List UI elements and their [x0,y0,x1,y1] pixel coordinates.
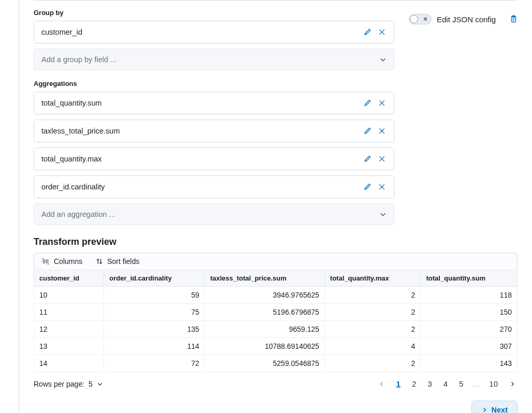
cell-total-quantity-max: 2 [324,304,421,321]
preview-toolbar: Columns Sort fields [34,253,518,270]
cell-total-quantity-max: 2 [324,321,421,338]
cell-taxless-total-price-sum: 5196.6796875 [205,304,325,321]
next-label: Next [492,406,508,413]
remove-icon[interactable] [377,98,387,108]
chevron-right-icon [481,407,487,413]
table-row: 14725259.05468752143 [34,355,518,372]
table-row: 121359659.1252270 [34,321,518,338]
aggregations-label: Aggregations [34,80,394,87]
cell-order-id-cardinality: 114 [104,338,205,355]
edit-icon[interactable] [363,27,372,37]
column-header[interactable]: total_quantity.sum [421,270,518,287]
cell-total-quantity-sum: 307 [421,338,518,355]
columns-button[interactable]: Columns [41,257,82,266]
cell-total-quantity-max: 4 [324,338,421,355]
column-header[interactable]: taxless_total_price.sum [205,270,325,287]
aggregation-pill: taxless_total_price.sum [34,120,394,142]
cell-customer-id: 11 [34,304,104,321]
cell-total-quantity-max: 2 [324,287,421,304]
sort-label: Sort fields [107,257,139,266]
edit-icon[interactable] [363,126,372,136]
pager-page[interactable]: 2 [410,378,418,389]
add-aggregation-placeholder: Add an aggregation ... [41,210,115,218]
cell-customer-id: 12 [34,321,104,338]
clipboard-icon[interactable] [509,15,518,23]
top-divider [34,0,518,1]
aggregation-pill: total_quantity.sum [34,92,394,114]
edit-icon[interactable] [363,154,372,164]
edit-icon[interactable] [363,182,372,191]
columns-icon [41,257,50,266]
column-header[interactable]: total_quantity.max [324,270,421,287]
cell-taxless-total-price-sum: 10788.69140625 [205,338,325,355]
cell-customer-id: 13 [34,338,104,355]
cell-total-quantity-max: 2 [324,355,421,372]
cell-order-id-cardinality: 75 [104,304,205,321]
cell-taxless-total-price-sum: 3946.9765625 [205,287,325,304]
edit-json-toggle[interactable]: ✕ [409,14,432,24]
pager-ellipsis: … [472,380,480,388]
rows-per-page-select[interactable]: Rows per page: 5 [34,380,103,388]
column-header[interactable]: customer_id [34,270,104,287]
cell-total-quantity-sum: 270 [421,321,518,338]
pager-page[interactable]: 5 [457,378,465,389]
add-aggregation-input[interactable]: Add an aggregation ... [34,203,394,225]
aggregation-pill: order_id.cardinality [34,175,394,198]
pager-page[interactable]: 4 [441,378,450,389]
pager-next[interactable] [507,380,518,388]
cell-order-id-cardinality: 72 [104,355,205,372]
pagination: 12345…10 [377,378,518,389]
pager-prev[interactable] [377,380,387,388]
pager-page[interactable]: 10 [487,378,500,389]
cell-total-quantity-sum: 143 [421,355,518,372]
chevron-down-icon [379,56,387,63]
aggregation-pill: total_quantity.max [34,148,394,170]
remove-icon[interactable] [377,154,387,164]
sort-icon [96,258,103,265]
pager-page[interactable]: 1 [394,378,403,389]
aggregation-pill-label: order_id.cardinality [39,183,363,191]
remove-icon[interactable] [377,126,387,136]
table-row: 1311410788.691406254307 [34,338,518,355]
aggregation-pill-label: total_quantity.sum [39,99,363,107]
close-icon: ✕ [423,16,428,23]
add-group-by-placeholder: Add a group by field ... [41,55,116,64]
rows-per-page-value: 5 [88,380,93,388]
cell-taxless-total-price-sum: 5259.0546875 [205,355,325,372]
next-button[interactable]: Next [471,401,518,413]
table-row: 10593946.97656252118 [34,287,518,304]
table-row: 11755196.67968752150 [34,304,518,321]
cell-order-id-cardinality: 59 [104,287,205,304]
toggle-thumb [410,15,418,23]
pager-page[interactable]: 3 [425,378,434,389]
edit-json-label: Edit JSON config [437,15,496,24]
cell-taxless-total-price-sum: 9659.125 [205,321,325,338]
cell-total-quantity-sum: 150 [421,304,518,321]
group-by-pill: customer_id [34,21,394,43]
cell-total-quantity-sum: 118 [421,287,518,304]
add-group-by-input[interactable]: Add a group by field ... [34,49,394,70]
group-by-pill-label: customer_id [39,28,363,36]
aggregation-pill-label: taxless_total_price.sum [39,127,363,135]
aggregation-pill-label: total_quantity.max [39,155,363,163]
cell-customer-id: 10 [34,287,104,304]
edit-icon[interactable] [363,98,372,108]
chevron-down-icon [379,211,387,218]
preview-table: customer_idorder_id.cardinalitytaxless_t… [34,270,518,372]
transform-preview-title: Transform preview [34,237,518,247]
cell-order-id-cardinality: 135 [104,321,205,338]
rows-per-page-label: Rows per page: [34,380,84,388]
chevron-down-icon [97,381,103,387]
column-header[interactable]: order_id.cardinality [104,270,205,287]
cell-customer-id: 14 [34,355,104,372]
remove-icon[interactable] [377,182,387,191]
group-by-label: Group by [34,9,394,17]
remove-icon[interactable] [377,27,387,37]
columns-label: Columns [54,257,82,266]
sort-fields-button[interactable]: Sort fields [96,257,139,266]
